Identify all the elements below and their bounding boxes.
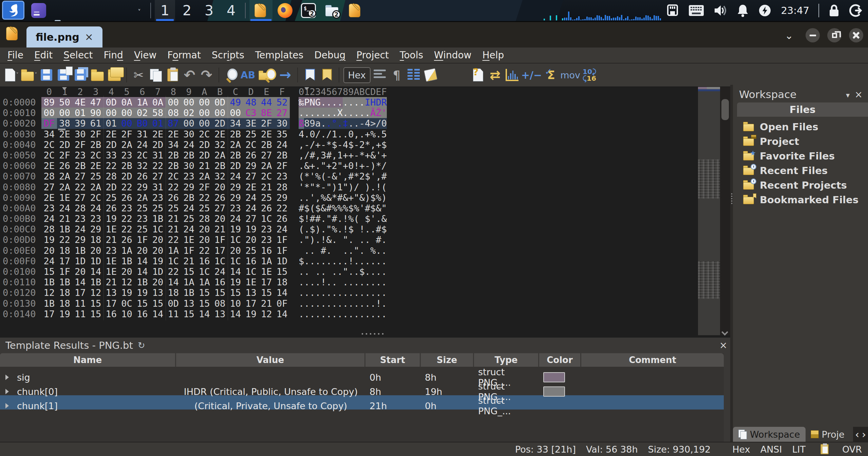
- hex-byte-cell[interactable]: 26: [243, 150, 259, 160]
- minimize-button[interactable]: [806, 28, 820, 42]
- hex-row[interactable]: 0:01101B1B141B21121B20141A1A16191E1718..…: [0, 277, 696, 287]
- hex-byte-cell[interactable]: 11: [73, 309, 88, 319]
- hex-byte-cell[interactable]: 1E: [103, 266, 119, 277]
- hex-byte-cell[interactable]: 29: [243, 160, 259, 171]
- hex-row[interactable]: 0:0030342E302F2E2F312E2E302C2E2B252E354.…: [0, 129, 696, 139]
- hex-byte-cell[interactable]: 24: [243, 203, 259, 213]
- ascii-char-cell[interactable]: .: [337, 118, 343, 129]
- terminal-dropdown-chevron-icon[interactable]: ˅: [138, 8, 141, 15]
- ascii-cells[interactable]: #$($&#%%%$%'#$&": [299, 203, 387, 213]
- hex-byte-cell[interactable]: 35: [274, 129, 290, 139]
- hex-byte-cell[interactable]: 1C: [243, 266, 259, 277]
- hex-byte-cell[interactable]: 38: [57, 118, 73, 129]
- hex-byte-cell[interactable]: 22: [119, 182, 135, 192]
- hex-byte-cell[interactable]: 2E: [88, 160, 103, 171]
- hex-byte-cell[interactable]: 13: [150, 287, 166, 298]
- hex-byte-cell[interactable]: 2E: [212, 129, 228, 139]
- task-terminal[interactable]: 2: [297, 0, 320, 21]
- hex-byte-cell[interactable]: 22: [166, 182, 181, 192]
- menu-window[interactable]: Window: [429, 50, 477, 61]
- hex-byte-cell[interactable]: 2D: [212, 118, 228, 129]
- hex-byte-cell[interactable]: B0: [135, 118, 150, 129]
- ascii-char-cell[interactable]: .: [365, 108, 370, 118]
- ascii-char-cell[interactable]: .: [343, 97, 348, 108]
- ascii-char-cell[interactable]: .: [299, 108, 304, 118]
- hex-byte-cell[interactable]: 2D: [103, 182, 119, 192]
- hex-byte-cell[interactable]: 15: [274, 266, 290, 277]
- ascii-char-cell[interactable]: .: [326, 108, 332, 118]
- hex-byte-cell[interactable]: 2B: [274, 150, 290, 160]
- hex-byte-cell[interactable]: 2B: [212, 160, 228, 171]
- ascii-char-cell[interactable]: P: [304, 97, 309, 108]
- ascii-cells[interactable]: ,/#,3#,1++-*+&'+: [299, 150, 387, 160]
- menu-format[interactable]: Format: [162, 50, 206, 61]
- hex-byte-cell[interactable]: 26: [166, 192, 181, 203]
- hex-byte-cell[interactable]: 21: [103, 277, 119, 287]
- hex-byte-cell[interactable]: 1C: [197, 266, 212, 277]
- hex-byte-cell[interactable]: DF: [41, 118, 57, 129]
- task-firefox[interactable]: [273, 0, 297, 21]
- hex-byte-cell[interactable]: 32: [212, 139, 228, 150]
- hex-byte-cell[interactable]: 21: [212, 224, 228, 234]
- hex-byte-cell[interactable]: 00: [181, 118, 197, 129]
- hex-byte-cell[interactable]: 32: [212, 171, 228, 182]
- hex-byte-cell[interactable]: 26: [103, 203, 119, 213]
- hex-byte-cell[interactable]: 28: [41, 224, 57, 234]
- hex-byte-cell[interactable]: 34: [228, 118, 243, 129]
- hex-byte-cell[interactable]: 22: [197, 245, 212, 256]
- hex-byte-cell[interactable]: 23: [228, 203, 243, 213]
- hex-byte-cell[interactable]: 1D: [88, 256, 103, 266]
- menu-select[interactable]: Select: [58, 50, 98, 61]
- hex-byte-cell[interactable]: 2C: [88, 150, 103, 160]
- hex-byte-cell[interactable]: 28: [41, 171, 57, 182]
- hex-byte-cell[interactable]: 27: [73, 171, 88, 182]
- hex-byte-cell[interactable]: 2F: [274, 160, 290, 171]
- hex-byte-cell[interactable]: 10: [119, 309, 135, 319]
- hex-byte-cell[interactable]: 15: [228, 287, 243, 298]
- hex-byte-cell[interactable]: 17: [259, 277, 275, 287]
- hex-byte-cell[interactable]: 1A: [135, 97, 150, 108]
- ascii-char-cell[interactable]: ': [381, 108, 387, 118]
- open-directory-button[interactable]: [90, 66, 105, 84]
- hex-byte-cell[interactable]: 1C: [228, 256, 243, 266]
- keyboard-layout-icon[interactable]: [688, 4, 704, 17]
- ascii-char-cell[interactable]: .: [310, 108, 315, 118]
- paste-button[interactable]: [165, 66, 181, 84]
- hex-byte-cell[interactable]: 00: [41, 108, 57, 118]
- hex-byte-cell[interactable]: 34: [166, 139, 181, 150]
- hex-byte-cell[interactable]: 22: [274, 203, 290, 213]
- hex-byte-cell[interactable]: 24: [73, 224, 88, 234]
- hex-byte-cell[interactable]: 08: [166, 108, 181, 118]
- hex-byte-cell[interactable]: 10: [228, 298, 243, 309]
- hex-byte-cell[interactable]: 30: [181, 129, 197, 139]
- copy-button[interactable]: [148, 66, 164, 84]
- hex-byte-cell[interactable]: 1A: [259, 256, 275, 266]
- hex-mode-toggle[interactable]: Hex: [343, 66, 371, 84]
- menu-help[interactable]: Help: [477, 50, 510, 61]
- menu-file[interactable]: File: [2, 50, 29, 61]
- hex-byte-cell[interactable]: 1E: [243, 277, 259, 287]
- ascii-cells[interactable]: .&+."+2"+0!+-)*/: [299, 160, 387, 171]
- ascii-char-cell[interactable]: /: [376, 118, 381, 129]
- hex-byte-cell[interactable]: 25: [135, 224, 150, 234]
- hex-byte-cell[interactable]: 1C: [212, 256, 228, 266]
- hex-byte-cell[interactable]: 00: [119, 108, 135, 118]
- workspace-files-section-header[interactable]: Files: [737, 102, 868, 117]
- hex-byte-cell[interactable]: 2C: [243, 139, 259, 150]
- hex-byte-cell[interactable]: 11: [166, 309, 181, 319]
- hex-byte-cell[interactable]: 23: [73, 213, 88, 224]
- ascii-cells[interactable]: $!##."#.!%( $'.&: [299, 213, 387, 224]
- ascii-cells[interactable]: ,-/+-*$-4$-2*,+$: [299, 139, 387, 150]
- hex-byte-cell[interactable]: 0D: [166, 298, 181, 309]
- word-wrap-button[interactable]: [372, 66, 388, 84]
- replace-button[interactable]: AB: [240, 66, 256, 84]
- hex-byte-cell[interactable]: 00: [181, 97, 197, 108]
- hex-byte-cell[interactable]: 20: [212, 182, 228, 192]
- panel-splitter[interactable]: [730, 85, 733, 442]
- hex-byte-cell[interactable]: 26: [259, 203, 275, 213]
- hex-byte-cell[interactable]: 0C: [119, 298, 135, 309]
- hex-byte-cell[interactable]: 1E: [103, 256, 119, 266]
- ascii-char-cell[interactable]: .: [326, 97, 332, 108]
- hex-byte-cell[interactable]: 1C: [228, 234, 243, 245]
- hex-byte-cell[interactable]: 1C: [166, 256, 181, 266]
